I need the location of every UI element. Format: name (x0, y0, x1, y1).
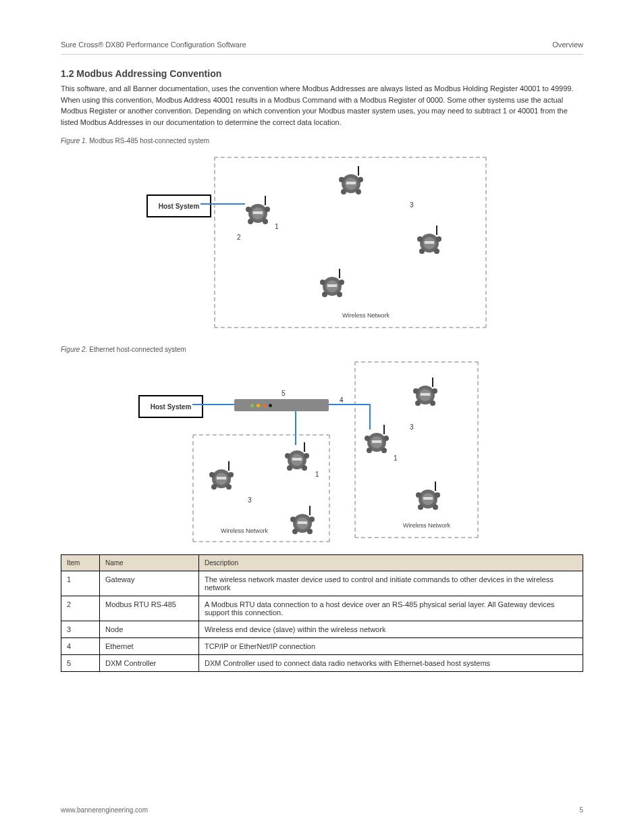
table-row: 4 Ethernet TCP/IP or EtherNet/IP connect… (61, 638, 583, 655)
svg-point-7 (265, 207, 270, 212)
label-3: 3 (410, 423, 414, 431)
svg-point-37 (302, 465, 307, 471)
svg-point-54 (290, 517, 296, 522)
gateway-device-icon (242, 194, 273, 226)
svg-point-62 (365, 436, 370, 441)
figure1-diagram: Wireless Network Host System 1 2 3 (146, 150, 498, 332)
header-divider (61, 54, 583, 55)
cell-item: 3 (61, 621, 100, 638)
cell-name: DXM Controller (100, 655, 199, 672)
svg-rect-11 (346, 182, 356, 184)
wireless-network-label: Wireless Network (221, 527, 268, 534)
header-section-name: Overview (552, 41, 583, 49)
svg-point-53 (307, 529, 313, 534)
node-device-icon (206, 460, 237, 491)
cell-name: Ethernet (100, 638, 199, 655)
label-2: 2 (237, 234, 241, 241)
node-device-icon (414, 224, 445, 255)
cell-name: Node (100, 621, 199, 638)
node-device-icon (317, 267, 348, 298)
connection-line (192, 404, 234, 405)
svg-point-30 (320, 280, 325, 285)
cell-name: Gateway (100, 571, 199, 596)
cell-description: Wireless end device (slave) within the w… (199, 621, 583, 638)
svg-point-22 (417, 236, 423, 242)
svg-point-71 (432, 388, 437, 394)
svg-point-4 (248, 219, 253, 224)
svg-point-46 (209, 472, 215, 477)
svg-point-20 (419, 249, 425, 254)
figure1-number: Figure 1. (61, 137, 87, 145)
node-device-icon (287, 504, 318, 536)
svg-point-79 (435, 492, 440, 498)
svg-point-55 (309, 517, 315, 522)
section-heading: 1.2 Modbus Addressing Convention (61, 68, 583, 79)
label-3: 3 (248, 496, 252, 504)
svg-rect-75 (423, 497, 433, 500)
svg-rect-35 (292, 458, 302, 461)
cell-description: A Modbus RTU data connection to a host d… (199, 596, 583, 621)
svg-point-23 (436, 236, 441, 242)
svg-point-14 (339, 177, 344, 182)
footer-url: www.bannerengineering.com (61, 806, 148, 814)
label-4: 4 (340, 396, 344, 404)
svg-point-31 (339, 280, 344, 285)
figure2-number: Figure 2. (61, 346, 87, 353)
led-icon (257, 404, 260, 407)
cell-description: DXM Controller used to connect data radi… (199, 655, 583, 672)
svg-point-52 (292, 529, 298, 534)
table-row: 2 Modbus RTU RS-485 A Modbus RTU data co… (61, 596, 583, 621)
host-system-box: Host System (146, 194, 211, 217)
col-description: Description (199, 555, 583, 571)
svg-point-39 (304, 453, 309, 459)
connection-line (295, 411, 296, 445)
gateway-device-icon (361, 423, 392, 454)
svg-point-61 (381, 448, 387, 453)
svg-point-15 (358, 177, 363, 182)
host-system-label: Host System (159, 203, 200, 210)
svg-point-45 (226, 484, 232, 490)
host-system-label: Host System (151, 403, 192, 411)
label-3: 3 (410, 201, 414, 209)
table-header-row: Item Name Description (61, 555, 583, 571)
svg-point-77 (433, 504, 438, 510)
svg-point-13 (356, 189, 361, 194)
led-icon (263, 404, 266, 407)
connection-line (329, 404, 369, 405)
col-name: Name (100, 555, 199, 571)
cell-name: Modbus RTU RS-485 (100, 596, 199, 621)
cell-item: 4 (61, 638, 100, 655)
svg-point-78 (416, 492, 421, 498)
svg-point-63 (383, 436, 389, 441)
header-product-name: Sure Cross® DX80 Performance Configurati… (61, 41, 246, 49)
svg-point-44 (211, 484, 217, 490)
table-row: 5 DXM Controller DXM Controller used to … (61, 655, 583, 672)
svg-point-36 (287, 465, 292, 471)
svg-rect-43 (217, 477, 226, 479)
figure2-caption: Figure 2. Ethernet host-connected system (61, 346, 583, 353)
svg-point-12 (341, 189, 346, 194)
svg-point-5 (263, 219, 268, 224)
figure1-text: Modbus RS-485 host-connected system (87, 137, 209, 145)
cell-description: TCP/IP or EtherNet/IP connection (199, 638, 583, 655)
label-5: 5 (281, 390, 286, 397)
svg-rect-67 (421, 393, 430, 396)
cell-item: 5 (61, 655, 100, 672)
svg-point-70 (413, 388, 419, 394)
wireless-network-label: Wireless Network (403, 522, 450, 529)
section-paragraph: This software, and all Banner documentat… (61, 83, 583, 128)
table-row: 3 Node Wireless end device (slave) withi… (61, 621, 583, 638)
svg-point-28 (322, 292, 327, 297)
wireless-network-label: Wireless Network (342, 312, 390, 319)
svg-rect-3 (253, 211, 263, 214)
svg-rect-27 (327, 284, 337, 287)
svg-point-21 (434, 249, 439, 254)
svg-rect-51 (298, 521, 307, 524)
svg-point-38 (285, 453, 290, 459)
page-number: 5 (579, 806, 583, 814)
svg-point-60 (367, 448, 372, 453)
table-row: 1 Gateway The wireless network master de… (61, 571, 583, 596)
node-device-icon (412, 480, 444, 511)
label-1: 1 (315, 471, 319, 478)
connection-line (200, 203, 245, 205)
